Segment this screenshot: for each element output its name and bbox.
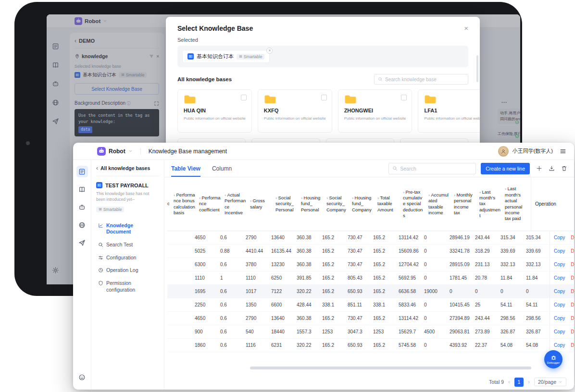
column-header[interactable]: ▾Social security_ Personal <box>274 177 299 231</box>
selected-kb-chip[interactable]: 基本知识合订本 ⊞Smartable × <box>182 50 270 63</box>
send-icon[interactable] <box>76 237 88 248</box>
copy-link[interactable]: Copy <box>554 343 565 348</box>
kb-card-description: Public information on official website <box>424 116 480 121</box>
column-header[interactable]: ▾Housing fund_ Company <box>350 177 375 231</box>
delete-link[interactable]: Delete <box>571 329 574 334</box>
delete-link[interactable]: Delete <box>571 343 574 348</box>
chart-icon <box>98 223 103 228</box>
book-icon[interactable] <box>76 184 88 195</box>
delete-link[interactable]: Delete <box>571 289 574 294</box>
next-page-button[interactable]: › <box>528 379 530 385</box>
column-header[interactable]: ▾Total taxable Amount <box>375 177 401 231</box>
kb-management-window: Robot Knowledge Base management 小王同学(数字人… <box>73 143 574 390</box>
sidebar-item-operation-log[interactable]: Operation Log <box>96 265 159 276</box>
copy-link[interactable]: Copy <box>554 275 565 281</box>
copy-link[interactable]: Copy <box>554 248 565 254</box>
table-cell: 332.13 <box>524 262 550 267</box>
kb-card-kxfq[interactable]: KXFQPublic information on official websi… <box>258 89 332 133</box>
menu-icon[interactable] <box>560 148 566 155</box>
plus-icon[interactable] <box>536 165 542 172</box>
copy-link[interactable]: Copy <box>554 289 565 294</box>
checkbox[interactable] <box>401 95 407 100</box>
table-cell: 165.2 <box>320 316 346 321</box>
copy-link[interactable]: Copy <box>554 316 565 321</box>
column-header[interactable]: ▾Pre-tax cumulative special deductions <box>401 177 426 231</box>
remove-icon[interactable]: × <box>266 48 273 54</box>
column-header[interactable]: ▾Gross salary <box>248 177 274 231</box>
column-header[interactable]: ▾Last month's tax adjustment <box>477 177 503 231</box>
search-input[interactable] <box>388 163 476 174</box>
table-cell: 273.89 <box>473 329 499 334</box>
delete-link[interactable]: Delete <box>571 235 574 240</box>
person-icon <box>500 148 506 154</box>
table-cell: 165.2 <box>371 289 397 294</box>
create-new-line-button[interactable]: Create a new line <box>481 163 530 174</box>
table-cell: 54.11 <box>524 302 550 307</box>
column-header[interactable]: ▾Last month's actual personal income tax… <box>503 177 528 231</box>
column-header[interactable]: ▾Actual Performance Incentive <box>223 177 248 231</box>
download-icon[interactable] <box>549 165 555 172</box>
back-to-all-kb-link[interactable]: ‹ All knowledge bases <box>96 165 159 176</box>
sidebar-item-knowledge-document[interactable]: Knowledge Document <box>96 220 159 238</box>
delete-link[interactable]: Delete <box>571 248 574 254</box>
window-icon-rail <box>73 160 91 390</box>
kb-card-lfa1[interactable]: LFA1Public information on official websi… <box>418 89 480 133</box>
table-cell: 2250 <box>193 302 218 307</box>
table-row: 1110111106250391.85165.2805.43165.25692.… <box>167 271 574 285</box>
debugger-button[interactable]: Debugger <box>544 350 562 368</box>
profile-icon[interactable] <box>76 371 88 383</box>
column-header[interactable]: ▾Performance bonus calculation basis <box>172 177 197 231</box>
copy-link[interactable]: Copy <box>554 302 565 307</box>
checkbox[interactable] <box>241 95 247 100</box>
delete-link[interactable]: Delete <box>571 316 574 321</box>
modal-scrollbar[interactable] <box>476 55 478 82</box>
tab-table-view[interactable]: Table View <box>171 160 200 177</box>
bot-icon[interactable] <box>76 201 88 213</box>
close-icon[interactable]: × <box>464 24 468 32</box>
table-cell: 315.34 <box>499 235 524 240</box>
table-row: 16950.610177122320.22165.2650.93165.2663… <box>167 285 574 298</box>
table-cell: 6600 <box>269 302 295 307</box>
delete-link[interactable]: Delete <box>571 302 574 307</box>
copy-link[interactable]: Copy <box>554 235 565 240</box>
table-cell: 54.08 <box>499 343 524 348</box>
avatar[interactable] <box>498 146 509 157</box>
table-cell: 4393.92 <box>448 343 473 348</box>
horizontal-scrollbar[interactable] <box>250 367 531 369</box>
column-header[interactable]: ▾Housing fund_ Personal <box>299 177 325 231</box>
copy-link[interactable]: Copy <box>554 262 565 267</box>
column-header[interactable]: ▾Social security_ Company <box>325 177 350 231</box>
sidebar-item-label: Operation Log <box>106 267 138 274</box>
prev-page-button[interactable]: ‹ <box>508 379 510 385</box>
page-number-button[interactable]: 1 <box>514 378 524 387</box>
globe-icon[interactable] <box>76 219 88 231</box>
operation-cell: CopyDelete <box>550 298 574 311</box>
kb-card-zhongwei[interactable]: ZHONGWEIPublic information on official w… <box>338 89 412 133</box>
trash-icon[interactable] <box>561 165 567 172</box>
delete-link[interactable]: Delete <box>571 275 574 281</box>
sidebar-item-configuration[interactable]: Configuration <box>96 252 159 264</box>
copy-link[interactable]: Copy <box>554 329 565 334</box>
column-header[interactable]: ▾Accumulated taxable income <box>426 177 452 231</box>
chevron-down-icon[interactable] <box>128 149 133 153</box>
column-header[interactable]: ▾Monthly personal income tax <box>452 177 477 231</box>
column-header[interactable]: ▾Performance coefficient <box>197 177 223 231</box>
table-cell: 0 <box>422 302 448 307</box>
kb-search-input[interactable] <box>374 74 468 85</box>
table: c▾Performance bonus calculation basis▾Pe… <box>164 177 574 374</box>
sidebar-item-search-test[interactable]: Search Test <box>96 239 159 251</box>
kb-card-hua-qin[interactable]: HUA QINPublic information on official we… <box>177 89 252 133</box>
delete-link[interactable]: Delete <box>571 262 574 267</box>
tab-column[interactable]: Column <box>212 160 232 177</box>
list-icon[interactable] <box>76 166 88 177</box>
page-size-select[interactable]: 20/page <box>534 378 566 386</box>
table-cell: 15629.7 <box>397 329 422 334</box>
table-cell: 360.38 <box>295 235 320 240</box>
person-icon <box>500 148 506 154</box>
operation-cell: CopyDelete <box>550 339 574 352</box>
checkbox[interactable] <box>321 95 327 100</box>
folder-icon <box>264 95 276 104</box>
table-cell: 0 <box>524 289 550 294</box>
sidebar-item-permission-configuration[interactable]: Permission configuration <box>96 278 159 295</box>
table-cell: 1110 <box>244 275 269 281</box>
